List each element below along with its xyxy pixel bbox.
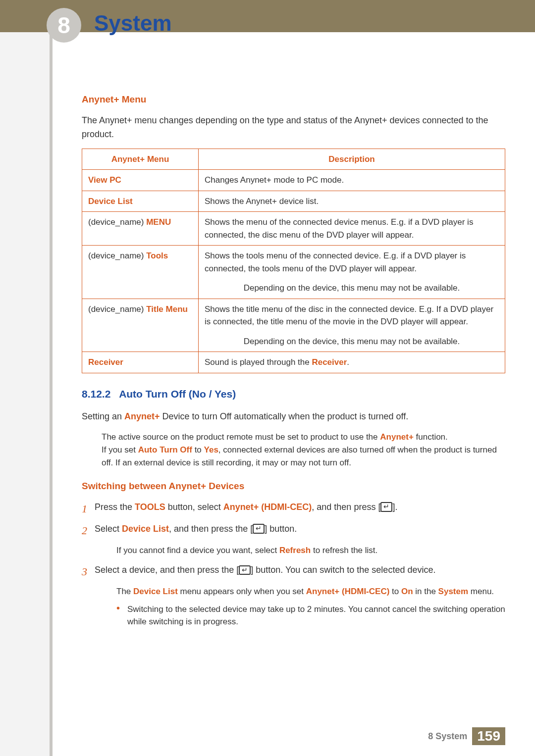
table-cell-desc: Shows the menu of the connected device m… xyxy=(199,212,505,246)
desc-note: Depending on the device, this menu may n… xyxy=(205,335,499,348)
label-text: Title Menu xyxy=(146,304,188,314)
side-margin-divider xyxy=(50,0,53,756)
keyword: On xyxy=(401,587,413,596)
content-area: Anynet+ Menu The Anynet+ menu changes de… xyxy=(82,94,505,635)
auto-turn-off-line: Setting an Anynet+ Device to turn Off au… xyxy=(82,410,505,424)
step-item: 1 Press the TOOLS button, select Anynet+… xyxy=(82,501,505,517)
keyword: Refresh xyxy=(279,546,311,555)
text: The active source on the product remote … xyxy=(102,432,380,442)
text: to refresh the list. xyxy=(311,546,377,555)
label-text: Tools xyxy=(146,251,168,260)
anynet-menu-table: Anynet+ Menu Description View PC Changes… xyxy=(82,149,505,373)
section-intro: The Anynet+ menu changes depending on th… xyxy=(82,114,505,142)
table-cell-desc: Sound is played through the Receiver. xyxy=(199,352,505,373)
section-number: 8.12.2 xyxy=(82,388,110,400)
keyword: Device List xyxy=(122,524,169,534)
keyword: Auto Turn Off xyxy=(138,445,192,454)
text: If you cannot find a device you want, se… xyxy=(116,546,279,555)
desc-text: Shows the title menu of the disc in the … xyxy=(205,304,493,327)
keyword: Anynet+ xyxy=(380,432,414,442)
chapter-badge: 8 xyxy=(47,8,81,43)
steps-list-cont: 3 Select a device, and then press the [↵… xyxy=(82,563,505,580)
text: ] button. xyxy=(265,524,297,534)
keyword: System xyxy=(438,587,468,596)
table-cell-desc: Changes Anynet+ mode to PC mode. xyxy=(199,170,505,191)
label-text: MENU xyxy=(146,217,171,227)
keyword: Yes xyxy=(204,445,218,454)
keyword: Anynet+ (HDMI-CEC) xyxy=(223,502,312,512)
table-row: (device_name) Title Menu Shows the title… xyxy=(82,299,505,352)
text: menu appears only when you set xyxy=(178,587,306,596)
step-2-note: If you cannot find a device you want, se… xyxy=(116,544,505,557)
text: button, select xyxy=(165,502,223,512)
section-heading-switching: Switching between Anynet+ Devices xyxy=(82,481,505,492)
table-cell-desc: Shows the tools menu of the connected de… xyxy=(199,246,505,299)
footer-chapter-label: 8 System xyxy=(428,731,467,742)
step-body: Select Device List, and then press the [… xyxy=(95,522,505,536)
desc-pre: Sound is played through the xyxy=(205,357,312,367)
label-prefix: (device_name) xyxy=(88,217,146,227)
text: menu. xyxy=(468,587,494,596)
section-heading-anynet-menu: Anynet+ Menu xyxy=(82,94,505,105)
table-cell-label: Receiver xyxy=(82,352,199,373)
steps-list: 1 Press the TOOLS button, select Anynet+… xyxy=(82,501,505,539)
table-row: Receiver Sound is played through the Rec… xyxy=(82,352,505,373)
text: ]. xyxy=(392,502,397,512)
keyword: Anynet+ (HDMI-CEC) xyxy=(306,587,390,596)
section-title: Auto Turn Off (No / Yes) xyxy=(119,388,236,400)
text: to xyxy=(389,587,401,596)
section-heading-auto-turn-off: 8.12.2 Auto Turn Off (No / Yes) xyxy=(82,388,505,400)
side-margin-band xyxy=(0,0,50,756)
enter-icon: ↵ xyxy=(239,565,251,575)
table-header-description: Description xyxy=(199,149,505,170)
desc-text: Shows the tools menu of the connected de… xyxy=(205,251,466,273)
label-text: Receiver xyxy=(88,357,123,367)
desc-note: Depending on the device, this menu may n… xyxy=(205,282,499,295)
step-item: 3 Select a device, and then press the [↵… xyxy=(82,563,505,580)
keyword: Device List xyxy=(133,587,178,596)
table-row: (device_name) MENU Shows the menu of the… xyxy=(82,212,505,246)
document-page: 8 System Anynet+ Menu The Anynet+ menu c… xyxy=(0,0,535,756)
table-cell-desc: Shows the Anynet+ device list. xyxy=(199,191,505,212)
text: If you set xyxy=(102,445,138,454)
step-number: 1 xyxy=(82,501,95,517)
step-number: 3 xyxy=(82,563,95,580)
text: , and then press the [ xyxy=(169,524,253,534)
enter-icon: ↵ xyxy=(380,502,392,511)
text: Select a device, and then press the [ xyxy=(95,565,239,575)
footer-page-number: 159 xyxy=(472,727,505,745)
text: function. xyxy=(414,432,448,442)
step-3-note: The Device List menu appears only when y… xyxy=(116,585,505,628)
text: Device to turn Off automatically when th… xyxy=(160,411,409,421)
text: Press the xyxy=(95,502,135,512)
keyword: TOOLS xyxy=(135,502,165,512)
table-header-row: Anynet+ Menu Description xyxy=(82,149,505,170)
text: Setting an xyxy=(82,411,124,421)
text: in the xyxy=(413,587,438,596)
label-prefix: (device_name) xyxy=(88,304,146,314)
page-footer: 8 System 159 xyxy=(428,727,505,745)
text: ] button. You can switch to the selected… xyxy=(251,565,435,575)
text: to xyxy=(192,445,204,454)
table-row: Device List Shows the Anynet+ device lis… xyxy=(82,191,505,212)
table-row: (device_name) Tools Shows the tools menu… xyxy=(82,246,505,299)
table-header-menu: Anynet+ Menu xyxy=(82,149,199,170)
step-body: Press the TOOLS button, select Anynet+ (… xyxy=(95,501,505,514)
keyword: Anynet+ xyxy=(124,411,160,421)
enter-icon: ↵ xyxy=(253,524,265,533)
table-row: View PC Changes Anynet+ mode to PC mode. xyxy=(82,170,505,191)
label-text: Device List xyxy=(88,197,133,206)
desc-post: . xyxy=(347,357,349,367)
auto-turn-off-note: The active source on the product remote … xyxy=(102,431,505,470)
step-number: 2 xyxy=(82,522,95,539)
chapter-number: 8 xyxy=(57,12,70,39)
text: The xyxy=(116,587,133,596)
step-item: 2 Select Device List, and then press the… xyxy=(82,522,505,539)
table-cell-label: (device_name) Title Menu xyxy=(82,299,199,352)
bullet-text: Switching to the selected device may tak… xyxy=(127,603,505,628)
table-cell-label: View PC xyxy=(82,170,199,191)
desc-kw: Receiver xyxy=(312,357,347,367)
text: , and then press [ xyxy=(312,502,380,512)
step-body: Select a device, and then press the [↵] … xyxy=(95,563,505,577)
label-text: View PC xyxy=(88,175,121,185)
